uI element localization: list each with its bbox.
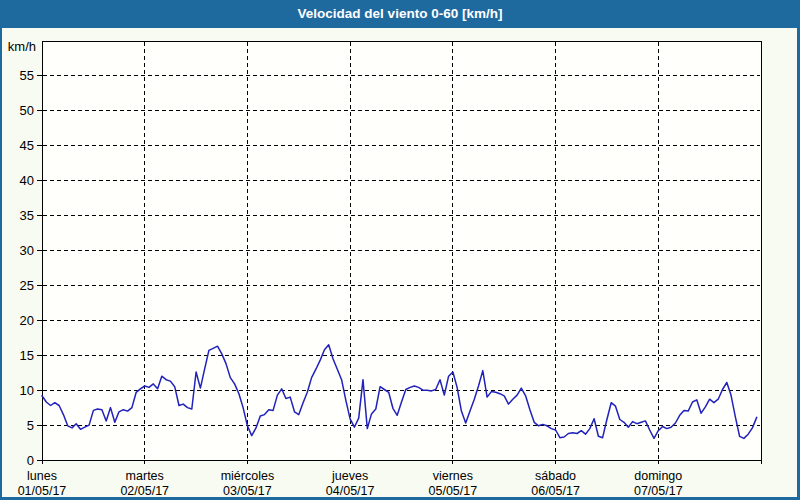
x-axis-date-label: 02/05/17 (120, 484, 169, 498)
y-axis-tick-label: 15 (20, 348, 34, 363)
chart-title-bar: Velocidad del viento 0-60 [km/h] (0, 0, 800, 28)
y-axis-tick-label: 10 (20, 383, 34, 398)
x-axis-day-label: miércoles (221, 469, 275, 483)
x-axis-day-label: jueves (331, 469, 368, 483)
x-axis-day-label: lunes (27, 469, 57, 483)
y-axis-tick-label: 20 (20, 313, 34, 328)
y-axis-tick-label: 0 (27, 453, 34, 468)
x-axis-date-label: 05/05/17 (429, 484, 478, 498)
chart-window: Velocidad del viento 0-60 [km/h] 0510152… (0, 0, 800, 500)
wind-speed-chart: 0510152025303540455055km/hlunes01/05/17m… (0, 0, 800, 500)
x-axis-date-label: 07/05/17 (634, 484, 683, 498)
y-axis-tick-label: 45 (20, 138, 34, 153)
y-axis-tick-label: 40 (20, 173, 34, 188)
x-axis-day-label: domingo (634, 469, 682, 483)
x-axis-date-label: 04/05/17 (326, 484, 375, 498)
y-axis-unit-label: km/h (8, 39, 36, 54)
y-axis-tick-label: 25 (20, 278, 34, 293)
chart-title: Velocidad del viento 0-60 [km/h] (298, 6, 503, 21)
y-axis-tick-label: 55 (20, 68, 34, 83)
y-axis-tick-label: 5 (27, 418, 34, 433)
x-axis-date-label: 03/05/17 (223, 484, 272, 498)
y-axis-tick-label: 50 (20, 103, 34, 118)
x-axis-day-label: martes (126, 469, 164, 483)
x-axis-date-label: 06/05/17 (531, 484, 580, 498)
y-axis-tick-label: 35 (20, 208, 34, 223)
x-axis-day-label: sábado (535, 469, 576, 483)
x-axis-day-label: viernes (433, 469, 473, 483)
y-axis-tick-label: 30 (20, 243, 34, 258)
x-axis-date-label: 01/05/17 (18, 484, 67, 498)
